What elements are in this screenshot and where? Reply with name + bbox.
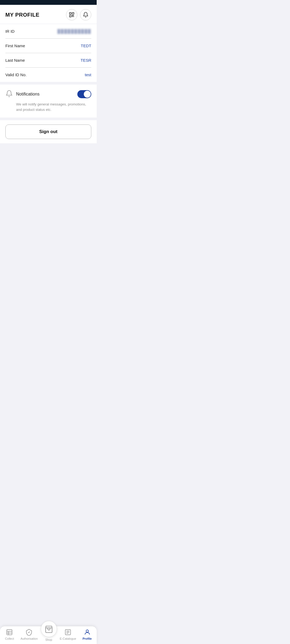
svg-rect-0: [70, 13, 71, 14]
profile-section: IR ID ██████████ First Name TEDT Last Na…: [0, 24, 97, 82]
notifications-left: Notifications: [5, 90, 39, 98]
irid-value: ██████████: [57, 29, 91, 34]
irid-label: IR ID: [5, 29, 15, 34]
lastname-value: TESR: [81, 58, 91, 63]
qr-code-button[interactable]: [66, 9, 77, 20]
signout-section: Sign out: [0, 120, 97, 143]
firstname-value: TEDT: [81, 43, 91, 48]
qr-code-icon: [69, 12, 75, 18]
notifications-description: We will notify general messages, promoti…: [16, 102, 91, 112]
notification-bell-button[interactable]: [80, 9, 91, 20]
svg-rect-1: [72, 13, 74, 14]
bottom-spacer: [0, 143, 97, 197]
profile-row-irid: IR ID ██████████: [5, 24, 91, 39]
profile-row-lastname: Last Name TESR: [5, 53, 91, 68]
profile-row-validid: Valid ID No. test: [5, 68, 91, 82]
svg-rect-2: [70, 15, 71, 17]
header: MY PROFILE: [0, 5, 97, 24]
notifications-label: Notifications: [16, 92, 39, 97]
lastname-label: Last Name: [5, 58, 25, 63]
firstname-label: First Name: [5, 43, 25, 48]
notifications-bell-icon: [5, 90, 13, 98]
profile-row-firstname: First Name TEDT: [5, 39, 91, 53]
status-bar: [0, 0, 97, 5]
validid-value: test: [85, 72, 91, 77]
bell-header-icon: [83, 12, 89, 18]
notifications-row: Notifications: [5, 90, 91, 98]
signout-button[interactable]: Sign out: [5, 125, 91, 139]
page-title: MY PROFILE: [5, 12, 39, 18]
notifications-section: Notifications We will notify general mes…: [0, 85, 97, 118]
svg-rect-3: [72, 15, 73, 16]
validid-label: Valid ID No.: [5, 72, 27, 77]
toggle-knob: [84, 91, 91, 98]
notifications-toggle[interactable]: [77, 90, 91, 98]
header-icons: [66, 9, 91, 20]
